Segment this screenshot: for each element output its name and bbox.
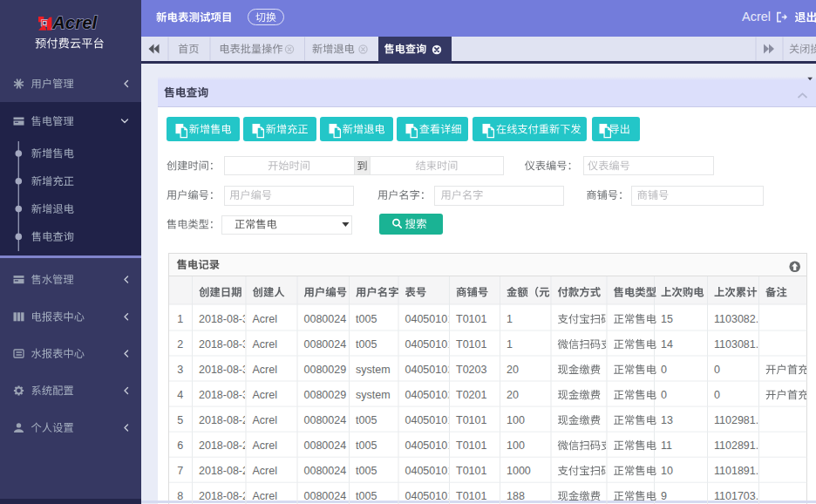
svg-text:13: 13	[661, 414, 673, 426]
svg-text:T0101: T0101	[456, 338, 486, 351]
svg-text:7: 7	[177, 465, 183, 477]
svg-text:Acrel: Acrel	[253, 465, 277, 477]
svg-text:1101703.75: 1101703.75	[714, 490, 771, 502]
svg-text:9: 9	[661, 490, 667, 502]
svg-text:0080024: 0080024	[304, 465, 347, 477]
svg-text:100: 100	[507, 414, 525, 426]
svg-text:Acrel: Acrel	[253, 439, 277, 452]
svg-text:0: 0	[661, 389, 667, 401]
svg-text:0080029: 0080029	[304, 389, 347, 401]
svg-text:Acrel: Acrel	[253, 389, 277, 401]
svg-text:system: system	[356, 389, 391, 401]
svg-text:1103081.75: 1103081.75	[714, 338, 771, 351]
svg-text:t005: t005	[356, 465, 377, 477]
svg-text:T0101: T0101	[456, 439, 486, 452]
svg-text:T0101: T0101	[456, 414, 486, 426]
svg-text:14: 14	[661, 338, 673, 351]
svg-text:T0101: T0101	[456, 490, 486, 502]
svg-text:1: 1	[507, 313, 513, 325]
svg-text:04050101: 04050101	[405, 439, 454, 452]
svg-text:1102981.75: 1102981.75	[714, 414, 771, 426]
svg-text:100: 100	[507, 439, 525, 452]
svg-text:2: 2	[177, 338, 183, 351]
svg-text:0080024: 0080024	[304, 338, 347, 351]
svg-text:04050102: 04050102	[405, 389, 454, 401]
svg-text:0: 0	[661, 364, 667, 376]
svg-text:1103082.75: 1103082.75	[714, 313, 771, 325]
svg-text:0080029: 0080029	[304, 364, 347, 376]
svg-text:Acrel: Acrel	[253, 313, 277, 325]
svg-text:04050101: 04050101	[405, 465, 454, 477]
svg-text:0080024: 0080024	[304, 313, 347, 325]
svg-text:04050101: 04050101	[405, 338, 454, 351]
svg-text:system: system	[356, 364, 391, 376]
svg-text:15: 15	[661, 313, 673, 325]
svg-text:t005: t005	[356, 439, 377, 452]
svg-text:t005: t005	[356, 490, 377, 502]
svg-text:1101891.75: 1101891.75	[714, 465, 771, 477]
svg-text:Acrel: Acrel	[51, 12, 99, 32]
svg-text:T0101: T0101	[456, 313, 486, 325]
svg-text:Acrel: Acrel	[253, 338, 277, 351]
svg-text:1: 1	[507, 338, 513, 351]
svg-text:1000: 1000	[507, 465, 531, 477]
svg-text:188: 188	[507, 490, 525, 502]
svg-text:20: 20	[507, 389, 519, 401]
svg-text:0080024: 0080024	[304, 439, 347, 452]
svg-text:Acrel: Acrel	[253, 490, 277, 502]
svg-text:6: 6	[177, 439, 183, 452]
svg-text:0: 0	[714, 364, 720, 376]
svg-text:3: 3	[177, 364, 183, 376]
svg-text:8: 8	[177, 490, 183, 502]
svg-text:1102891.75: 1102891.75	[714, 439, 771, 452]
svg-text:0080024: 0080024	[304, 414, 347, 426]
svg-text:20: 20	[507, 364, 519, 376]
svg-text:4: 4	[177, 389, 183, 401]
svg-text:1: 1	[177, 313, 183, 325]
svg-text:Acrel: Acrel	[253, 414, 277, 426]
svg-text:04050101: 04050101	[405, 313, 454, 325]
svg-text:T0201: T0201	[456, 389, 486, 401]
svg-text:T0203: T0203	[456, 364, 486, 376]
svg-text:04050102: 04050102	[405, 364, 454, 376]
svg-text:T0101: T0101	[456, 465, 486, 477]
svg-text:t005: t005	[356, 414, 377, 426]
svg-text:Acrel: Acrel	[742, 10, 771, 24]
svg-text:0080024: 0080024	[304, 490, 347, 502]
svg-text:04050101: 04050101	[405, 490, 454, 502]
svg-text:Acrel: Acrel	[253, 364, 277, 376]
svg-text:04050101: 04050101	[405, 414, 454, 426]
svg-text:10: 10	[661, 465, 673, 477]
svg-text:0: 0	[714, 389, 720, 401]
svg-text:t005: t005	[356, 313, 377, 325]
svg-text:5: 5	[177, 414, 183, 426]
svg-text:t005: t005	[356, 338, 377, 351]
svg-text:11: 11	[661, 439, 672, 452]
